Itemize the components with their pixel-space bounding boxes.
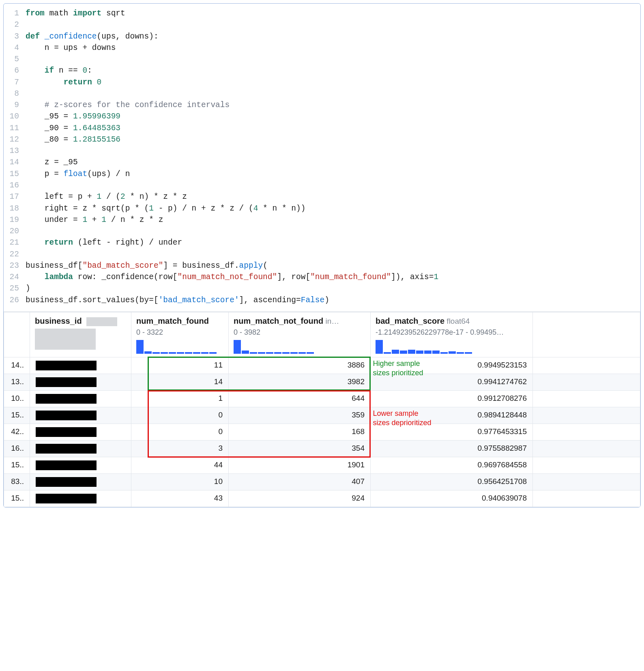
line-number: 8	[4, 88, 26, 99]
code-content: _90 = 1.64485363	[26, 123, 640, 134]
code-content: def _confidence(ups, downs):	[26, 31, 640, 42]
table-row[interactable]: 83..104070.9564251708	[4, 473, 640, 490]
code-line[interactable]: 18 right = z * sqrt(p * (1 - p) / n + z …	[4, 203, 640, 214]
code-line[interactable]: 12 _80 = 1.28155156	[4, 134, 640, 145]
cell-business-id	[30, 490, 131, 507]
table-row[interactable]: 14..1138860.9949523153	[4, 357, 640, 374]
code-line[interactable]: 21 return (left - right) / under	[4, 237, 640, 248]
line-number: 20	[4, 226, 26, 237]
cell-index: 16..	[4, 440, 30, 457]
code-content	[26, 249, 640, 260]
code-line[interactable]: 13	[4, 145, 640, 157]
cell-index: 14..	[4, 357, 30, 374]
cell-bad-match-score: 0.9949523153	[371, 357, 533, 374]
code-content: n = ups + downs	[26, 42, 640, 54]
code-line[interactable]: 15 p = float(ups) / n	[4, 168, 640, 180]
cell-num-match-not-found: 407	[229, 473, 371, 490]
code-line[interactable]: 14 z = _95	[4, 157, 640, 168]
code-editor[interactable]: 1from math import sqrt23def _confidence(…	[4, 4, 640, 312]
line-number: 13	[4, 145, 26, 157]
table-row[interactable]: 16..33540.9755882987	[4, 440, 640, 457]
code-line[interactable]: 8	[4, 88, 640, 99]
cell-business-id	[30, 374, 131, 390]
line-number: 9	[4, 99, 26, 111]
code-content	[26, 226, 640, 237]
code-content: _80 = 1.28155156	[26, 134, 640, 145]
redacted-summary	[35, 329, 96, 350]
code-line[interactable]: 24 lambda row: _confidence(row["num_matc…	[4, 271, 640, 283]
cell-num-match-found: 14	[131, 374, 229, 390]
line-number: 15	[4, 168, 26, 180]
cell-business-id	[30, 424, 131, 440]
cell-padding	[533, 424, 640, 440]
cell-num-match-found: 11	[131, 357, 229, 374]
code-content: from math import sqrt	[26, 8, 640, 19]
code-content	[26, 88, 640, 99]
code-line[interactable]: 6 if n == 0:	[4, 65, 640, 76]
cell-num-match-not-found: 3982	[229, 374, 371, 390]
code-content: left = p + 1 / (2 * n) * z * z	[26, 191, 640, 202]
line-number: 3	[4, 31, 26, 42]
dataframe-table[interactable]: business_id num_match_found 0 - 3322 num…	[4, 312, 640, 507]
table-row[interactable]: 42..01680.9776453315	[4, 424, 640, 440]
code-line[interactable]: 23business_df["bad_match_score"] = busin…	[4, 260, 640, 271]
cell-num-match-found: 44	[131, 457, 229, 473]
line-number: 2	[4, 19, 26, 30]
col-name: num_match_not_found	[234, 316, 323, 325]
cell-bad-match-score: 0.9755882987	[371, 440, 533, 457]
code-line[interactable]: 4 n = ups + downs	[4, 42, 640, 54]
code-line[interactable]: 2	[4, 19, 640, 30]
cell-num-match-not-found: 359	[229, 407, 371, 424]
table-row[interactable]: 15..439240.940639078	[4, 490, 640, 507]
code-line[interactable]: 10 _95 = 1.95996399	[4, 111, 640, 122]
col-range: 0 - 3982	[234, 328, 365, 337]
cell-bad-match-score: 0.9912708276	[371, 390, 533, 407]
code-line[interactable]: 5	[4, 54, 640, 65]
table-row[interactable]: 15..03590.9894128448	[4, 407, 640, 424]
table-row[interactable]: 13..1439820.9941274762	[4, 374, 640, 390]
line-number: 10	[4, 111, 26, 122]
col-header-business-id[interactable]: business_id	[30, 312, 131, 357]
redacted-type-label	[86, 317, 117, 326]
redacted-value	[36, 377, 97, 387]
col-header-bad-match-score[interactable]: bad_match_score float64 -1.2149239526229…	[371, 312, 533, 357]
col-header-index[interactable]	[4, 312, 30, 357]
col-header-padding	[533, 312, 640, 357]
code-line[interactable]: 11 _90 = 1.64485363	[4, 123, 640, 134]
cell-padding	[533, 374, 640, 390]
col-header-num-match-not-found[interactable]: num_match_not_found in… 0 - 3982	[229, 312, 371, 357]
cell-num-match-found: 0	[131, 407, 229, 424]
code-line[interactable]: 19 under = 1 + 1 / n * z * z	[4, 214, 640, 226]
code-content	[26, 145, 640, 157]
code-line[interactable]: 7 return 0	[4, 77, 640, 88]
code-line[interactable]: 3def _confidence(ups, downs):	[4, 31, 640, 42]
redacted-value	[36, 460, 97, 470]
cell-padding	[533, 473, 640, 490]
table-row[interactable]: 10..16440.9912708276	[4, 390, 640, 407]
col-type: in…	[325, 317, 339, 325]
code-line[interactable]: 1from math import sqrt	[4, 8, 640, 19]
cell-business-id	[30, 357, 131, 374]
col-header-num-match-found[interactable]: num_match_found 0 - 3322	[131, 312, 229, 357]
cell-index: 10..	[4, 390, 30, 407]
cell-num-match-found: 1	[131, 390, 229, 407]
cell-index: 42..	[4, 424, 30, 440]
output-dataframe-area: business_id num_match_found 0 - 3322 num…	[4, 312, 640, 507]
table-row[interactable]: 15..4419010.9697684558	[4, 457, 640, 473]
code-line[interactable]: 17 left = p + 1 / (2 * n) * z * z	[4, 191, 640, 202]
code-line[interactable]: 9 # z-scores for the confidence interval…	[4, 99, 640, 111]
cell-padding	[533, 357, 640, 374]
code-line[interactable]: 22	[4, 249, 640, 260]
cell-padding	[533, 440, 640, 457]
code-line[interactable]: 26business_df.sort_values(by=['bad_match…	[4, 295, 640, 306]
notebook-cell: 1from math import sqrt23def _confidence(…	[3, 3, 641, 508]
redacted-value	[36, 444, 97, 454]
line-number: 23	[4, 260, 26, 271]
cell-num-match-not-found: 3886	[229, 357, 371, 374]
line-number: 26	[4, 295, 26, 306]
col-name: bad_match_score	[376, 316, 444, 325]
code-line[interactable]: 25)	[4, 283, 640, 294]
cell-num-match-found: 43	[131, 490, 229, 507]
code-line[interactable]: 16	[4, 180, 640, 191]
code-line[interactable]: 20	[4, 226, 640, 237]
